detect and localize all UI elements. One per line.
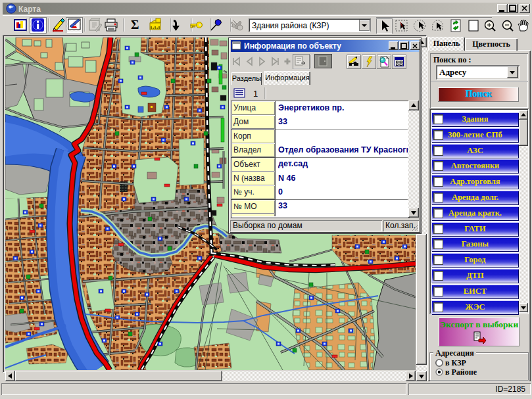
svg-text:Σ: Σ: [131, 18, 139, 32]
svg-text:Здания района (КЗР): Здания района (КЗР): [252, 21, 329, 30]
svg-text:1: 1: [253, 89, 258, 99]
